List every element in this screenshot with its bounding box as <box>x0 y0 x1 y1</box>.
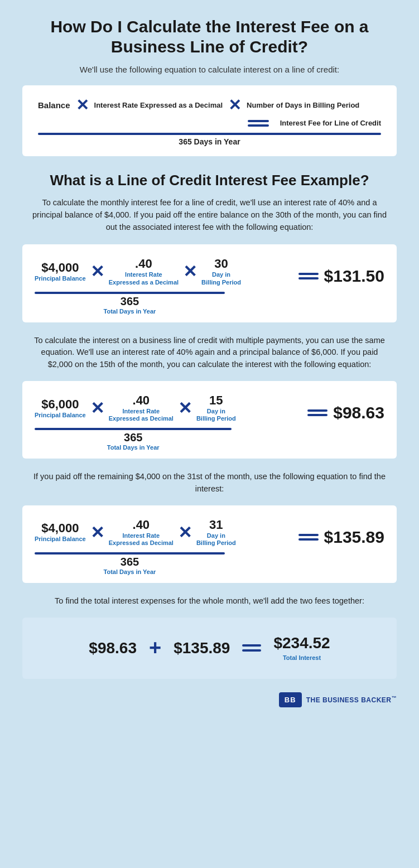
eq1-result-area: $131.50 <box>298 267 384 286</box>
section3-text-wrap: To calculate the interest on a business … <box>22 335 397 371</box>
eq2-result: $98.63 <box>333 403 384 422</box>
formula-days-in-year: 365 Days in Year <box>38 137 381 146</box>
eq1-rate: .40 Interest Rate Expressed as a Decimal <box>109 257 179 286</box>
multiply-icon-1: ✕ <box>76 98 89 113</box>
formula-divider <box>38 133 381 135</box>
eq2-denominator: 365 <box>35 431 232 444</box>
footer: BB THE BUSINESS BACKER™ <box>22 684 397 710</box>
equation3-row: $4,000 Principal Balance ✕ .40 Interest … <box>35 518 288 547</box>
eq3-rate: .40 Interest Rate Expressed as Decimal <box>109 518 174 547</box>
header-section: How Do I Calculate the Interest Fee on a… <box>22 17 397 74</box>
eq2-multiply2: ✕ <box>178 398 192 418</box>
eq2-divider: 365 Total Days in Year <box>35 428 297 451</box>
subtitle: We'll use the following equation to calc… <box>22 65 397 74</box>
eq1-divider: 365 Total Days in Year <box>35 292 288 315</box>
main-container: How Do I Calculate the Interest Fee on a… <box>0 0 419 726</box>
eq3-result: $135.89 <box>324 528 384 547</box>
eq1-denominator-lbl: Total Days in Year <box>35 308 225 315</box>
add-plus-icon: + <box>149 636 161 660</box>
equation3-box: $4,000 Principal Balance ✕ .40 Interest … <box>22 505 397 583</box>
eq1-equals-icon <box>298 273 319 279</box>
eq2-days: 15 Day in Billing Period <box>196 393 236 422</box>
eq2-result-area: $98.63 <box>307 403 384 422</box>
add-equals-icon <box>242 644 261 652</box>
eq3-denominator-lbl: Total Days in Year <box>35 568 225 575</box>
eq1-days: 30 Day in Billing Period <box>201 257 241 286</box>
section4-text: If you paid off the remaining $4,000 on … <box>22 471 397 495</box>
footer-logo: BB <box>279 692 302 707</box>
eq2-blue-line <box>35 428 232 430</box>
eq2-equals-icon <box>307 409 328 416</box>
formula-balance: Balance <box>38 100 70 111</box>
section2-intro: To calculate the monthly interest fee fo… <box>22 197 397 233</box>
formula-blue-line <box>38 133 381 135</box>
eq3-denominator: 365 <box>35 556 225 568</box>
section5-text-wrap: To find the total interest expenses for … <box>22 595 397 607</box>
section2-title: What is a Line of Credit Interest Fee Ex… <box>22 172 397 189</box>
section4-text-wrap: If you paid off the remaining $4,000 on … <box>22 471 397 495</box>
equation1-box: $4,000 Principal Balance ✕ .40 Interest … <box>22 244 397 322</box>
eq3-days: 31 Day in Billing Period <box>196 518 236 547</box>
eq2-denominator-lbl: Total Days in Year <box>35 444 232 451</box>
footer-company: THE BUSINESS BACKER™ <box>306 695 397 704</box>
eq1-multiply1: ✕ <box>90 262 104 281</box>
eq1-multiply2: ✕ <box>183 262 197 281</box>
formula-result: Interest Fee for Line of Credit <box>280 119 381 128</box>
section3-text: To calculate the interest on a business … <box>22 335 397 371</box>
eq3-blue-line <box>35 552 225 554</box>
multiply-icon-2: ✕ <box>228 98 241 113</box>
eq1-result: $131.50 <box>324 267 384 286</box>
eq3-multiply1: ✕ <box>90 523 104 542</box>
eq2-balance: $6,000 Principal Balance <box>35 397 86 419</box>
eq1-blue-line <box>35 292 225 294</box>
equation2-row: $6,000 Principal Balance ✕ .40 Interest … <box>35 393 297 422</box>
eq3-multiply2: ✕ <box>178 523 192 542</box>
section5-text: To find the total interest expenses for … <box>22 595 397 607</box>
equation2-box: $6,000 Principal Balance ✕ .40 Interest … <box>22 381 397 459</box>
formula-num-days: Number of Days in Billing Period <box>247 101 359 110</box>
eq3-result-area: $135.89 <box>298 528 384 547</box>
eq1-denominator: 365 <box>35 295 225 308</box>
eq1-balance: $4,000 Principal Balance <box>35 261 86 282</box>
addition-box: $98.63 + $135.89 $234.52 Total Interest <box>22 618 397 679</box>
add-result-area: $234.52 Total Interest <box>273 634 330 662</box>
equation1-row: $4,000 Principal Balance ✕ .40 Interest … <box>35 257 288 286</box>
section2-header: What is a Line of Credit Interest Fee Ex… <box>22 172 397 233</box>
formula-interest-rate: Interest Rate Expressed as a Decimal <box>94 101 223 110</box>
main-title: How Do I Calculate the Interest Fee on a… <box>22 17 397 57</box>
eq3-divider: 365 Total Days in Year <box>35 552 288 575</box>
formula-box: Balance ✕ Interest Rate Expressed as a D… <box>22 85 397 156</box>
eq2-multiply1: ✕ <box>90 398 104 418</box>
add-num1: $98.63 <box>89 639 137 657</box>
eq2-rate: .40 Interest Rate Expressed as Decimal <box>109 393 174 422</box>
add-num2: $135.89 <box>174 639 230 657</box>
add-result-lbl: Total Interest <box>283 654 321 661</box>
add-result-num: $234.52 <box>273 634 330 652</box>
eq3-balance: $4,000 Principal Balance <box>35 521 86 543</box>
equals-icon-formula <box>248 120 269 127</box>
eq3-equals-icon <box>298 534 319 541</box>
formula-row: Balance ✕ Interest Rate Expressed as a D… <box>38 98 381 128</box>
